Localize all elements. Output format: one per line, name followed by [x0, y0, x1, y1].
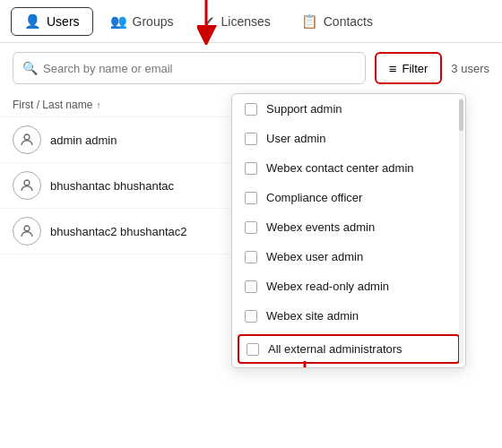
- filter-dropdown: Support admin User admin Webex contact c…: [231, 93, 466, 368]
- checkbox-support-admin[interactable]: [245, 103, 257, 116]
- tab-groups[interactable]: 👥 Groups: [97, 7, 187, 36]
- checkbox-webex-cc-admin[interactable]: [245, 162, 257, 175]
- svg-point-2: [24, 226, 30, 231]
- filter-option-label: Webex contact center admin: [266, 161, 414, 175]
- svg-point-0: [24, 134, 30, 140]
- filter-option-label: Webex user admin: [266, 250, 363, 263]
- filter-option-compliance-officer[interactable]: Compliance officer: [232, 183, 465, 212]
- table-row[interactable]: admin admin: [0, 117, 241, 163]
- toolbar: 🔍 ≡ Filter 3 users: [0, 43, 502, 93]
- svg-point-1: [24, 180, 30, 185]
- filter-option-user-admin[interactable]: User admin: [232, 124, 465, 153]
- filter-option-support-admin[interactable]: Support admin: [232, 94, 465, 124]
- users-icon: 👤: [24, 13, 41, 30]
- filter-option-webex-user-admin[interactable]: Webex user admin: [232, 242, 465, 271]
- sort-indicator: ↑: [96, 100, 100, 110]
- checkbox-webex-user-admin[interactable]: [245, 251, 257, 263]
- filter-lines-icon: ≡: [389, 61, 397, 76]
- tab-licenses-label: Licenses: [221, 14, 270, 29]
- licenses-icon: ✔: [203, 13, 215, 30]
- tab-licenses[interactable]: ✔ Licenses: [190, 7, 283, 36]
- tab-contacts[interactable]: 📋 Contacts: [288, 7, 386, 36]
- filter-option-label: Webex read-only admin: [266, 280, 389, 293]
- checkbox-webex-events-admin[interactable]: [245, 221, 257, 234]
- contacts-icon: 📋: [301, 13, 318, 30]
- filter-option-webex-readonly-admin[interactable]: Webex read-only admin: [232, 271, 465, 301]
- column-header: First / Last name ↑: [0, 93, 241, 117]
- tab-users-label: Users: [47, 14, 80, 29]
- table-row[interactable]: bhushantac2 bhushantac2: [0, 209, 241, 254]
- tab-users[interactable]: 👤 Users: [11, 7, 93, 36]
- filter-option-label: User admin: [266, 132, 325, 145]
- search-input[interactable]: [43, 62, 356, 75]
- filter-option-label: Compliance officer: [266, 191, 362, 204]
- user-list: First / Last name ↑ admin admin bhushant…: [0, 93, 242, 254]
- groups-icon: 👥: [110, 13, 127, 30]
- checkbox-compliance-officer[interactable]: [245, 192, 257, 204]
- dropdown-scroll[interactable]: Support admin User admin Webex contact c…: [232, 94, 465, 367]
- filter-option-label: All external administrators: [268, 342, 402, 356]
- main-area: First / Last name ↑ admin admin bhushant…: [0, 93, 502, 254]
- user-name: bhushantac bhushantac: [50, 179, 174, 193]
- search-box[interactable]: 🔍: [13, 52, 366, 84]
- filter-option-label: Webex events admin: [266, 220, 375, 234]
- filter-option-all-external-admins[interactable]: All external administrators: [238, 334, 460, 364]
- filter-option-label: Support admin: [266, 102, 342, 116]
- avatar: [13, 217, 41, 246]
- name-column-header: First / Last name: [13, 99, 92, 111]
- checkbox-webex-readonly-admin[interactable]: [245, 280, 257, 293]
- filter-option-webex-cc-admin[interactable]: Webex contact center admin: [232, 153, 465, 183]
- user-name: admin admin: [50, 134, 117, 147]
- tab-contacts-label: Contacts: [324, 14, 373, 29]
- avatar: [13, 171, 41, 200]
- user-count: 3 users: [451, 62, 489, 75]
- filter-label: Filter: [402, 62, 428, 75]
- filter-option-webex-events-admin[interactable]: Webex events admin: [232, 212, 465, 242]
- scrollbar-track[interactable]: [459, 98, 463, 364]
- checkbox-user-admin[interactable]: [245, 133, 257, 145]
- filter-option-label: Webex site admin: [266, 309, 359, 323]
- filter-option-webex-site-admin[interactable]: Webex site admin: [232, 301, 465, 331]
- tab-groups-label: Groups: [133, 14, 174, 29]
- scrollbar-thumb: [459, 99, 463, 131]
- nav-tabs: 👤 Users 👥 Groups ✔ Licenses 📋 Contacts: [0, 0, 502, 43]
- checkbox-all-external-admins[interactable]: [247, 343, 259, 356]
- search-icon: 🔍: [22, 61, 38, 75]
- filter-button[interactable]: ≡ Filter: [375, 52, 443, 84]
- checkbox-webex-site-admin[interactable]: [245, 310, 257, 323]
- table-row[interactable]: bhushantac bhushantac: [0, 163, 241, 209]
- avatar: [13, 125, 41, 154]
- user-name: bhushantac2 bhushantac2: [50, 225, 187, 238]
